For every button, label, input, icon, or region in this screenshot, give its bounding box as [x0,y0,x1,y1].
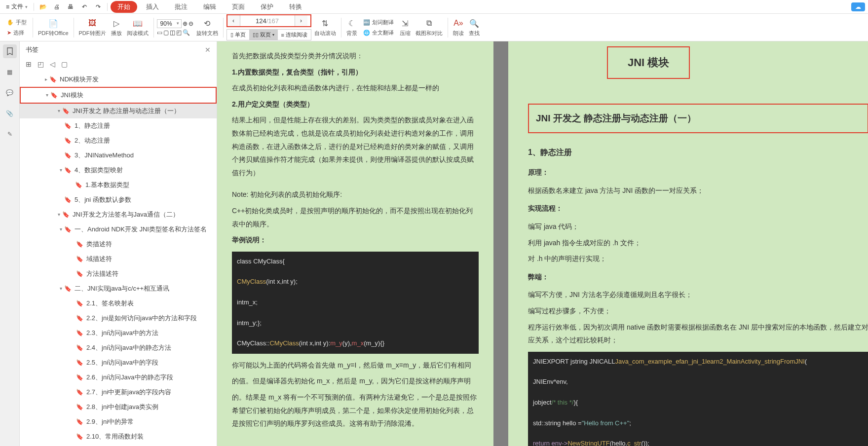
tree-item[interactable]: ▾🔖一、Android NDK开发 JNI类型签名和方法签名 [20,222,217,237]
bookmark-icon: 🔖 [76,328,83,338]
open-icon[interactable]: 📂 [37,1,49,12]
tree-item-jni-module[interactable]: ▾🔖JNI模块 [20,87,217,104]
compress-button[interactable]: ⇲压缩 [398,17,413,38]
tree-item-jni-sig-2[interactable]: ▾🔖JNI开发之方法签名与Java通信（二） [20,207,217,222]
tree-item[interactable]: 🔖2.8、jni中创建java类实例 [20,400,217,414]
main-area: ▦ 💬 📎 ✎ 书签 ✕ ⊞ ◰ ◁ ▢ ▸🔖NDK模块开发 ▾🔖JNI模块 ▾… [0,41,868,446]
fit-page-icon[interactable]: ▢ [163,29,169,36]
attachments-rail-button[interactable]: 📎 [3,107,17,120]
full-translate-button[interactable]: 🌐全文翻译 [360,28,397,37]
pdf-image-label: PDF转图片 [79,30,106,37]
code-token: ; [629,419,631,427]
bookmark-options-icon[interactable]: ▢ [61,60,68,68]
page-viewport[interactable]: 首先把数据成员按类型分类并分情况说明： 1.内置数据类型，复合类型（指针，引用）… [217,41,868,446]
bookmark-icon: 🔖 [76,431,83,442]
save-icon[interactable]: 🖨 [51,1,63,12]
heading: 1、静态注册 [528,145,868,160]
tree-item[interactable]: 🔖2.5、jni访问java中的字段 [20,355,217,370]
tab-insert[interactable]: 插入 [139,1,166,13]
tab-convert[interactable]: 转换 [282,1,309,13]
zoom-in-icon[interactable]: ⊕ [183,20,188,27]
rotate-doc-button[interactable]: ⟲旋转文档 [194,17,220,38]
paragraph: 根据函数名来建立 java 方法与 JNI 函数的一一对应关系； [528,184,868,197]
undo-icon[interactable]: ↶ [78,1,90,12]
tree-item[interactable]: 🔖1、静态注册 [20,118,217,133]
tree-item[interactable]: 🔖方法描述符 [20,266,217,281]
code-block-1: class CMyClass{ CMyClass(int x,int y); i… [232,252,479,354]
tree-item[interactable]: 🔖类描述符 [20,237,217,252]
loupe-icon[interactable]: 🔍 [183,29,190,36]
read-mode-button[interactable]: 📖阅读模式 [125,17,151,38]
folder-bookmark-icon[interactable]: ◰ [38,60,44,68]
bookmark-icon: 🔖 [62,209,70,220]
tab-start[interactable]: 开始 [111,1,137,13]
tree-item[interactable]: 🔖1.基本数据类型 [20,178,217,192]
actual-size-icon[interactable]: ◫ [170,29,175,36]
tree-label: JNI模块 [61,90,83,101]
single-page-button[interactable]: ▯单页 [227,30,249,40]
marquee-zoom-icon[interactable]: ◰ [176,29,182,36]
tree-item[interactable]: 🔖2.9、jni中的异常 [20,414,217,429]
tree-item[interactable]: 🔖2.6、jni访问Java中的静态字段 [20,370,217,385]
pdf-to-office-button[interactable]: 📄PDF转Office [36,17,71,38]
tree-label: 2.10、常用函数封装 [86,431,144,442]
background-button[interactable]: ☾背景 [344,17,359,38]
prev-bookmark-icon[interactable]: ◁ [50,60,55,68]
screenshot-compare-button[interactable]: ⧉截图和对比 [414,17,445,38]
page-number-display[interactable]: 124/167 [240,17,295,25]
tab-protect[interactable]: 保护 [254,1,280,13]
code-token: NewStringUTF [567,440,609,446]
tree-item[interactable]: 🔖2.10、常用函数封装 [20,429,217,444]
tree-item[interactable]: 🔖2.3、jni访问java中的方法 [20,326,217,340]
tree-item[interactable]: 🔖2.4、jni访问java中的静态方法 [20,340,217,355]
cloud-sync-button[interactable]: ☁ [851,2,865,11]
tree-item[interactable]: 🔖2、动态注册 [20,133,217,148]
full-translate-label: 全文翻译 [372,29,394,37]
signatures-rail-button[interactable]: ✎ [3,127,17,141]
prev-page-button[interactable]: ‹ [227,15,240,26]
redo-icon[interactable]: ↷ [92,1,104,12]
bookmark-icon: 🔖 [49,74,57,85]
tree-item[interactable]: ▾🔖4、数据类型映射 [20,163,217,178]
app-menu-button[interactable]: ≡ 文件 ▾ [3,1,31,12]
add-bookmark-icon[interactable]: ⊞ [26,60,32,68]
tree-item[interactable]: 🔖2.1、签名映射表 [20,296,217,311]
bookmarks-rail-button[interactable] [3,44,17,58]
tree-item[interactable]: 🔖2.7、jni中更新java的字段内容 [20,385,217,400]
next-page-button[interactable]: › [295,15,307,26]
bookmark-icon: 🔖 [64,135,72,146]
tree-item[interactable]: 🔖2.2、jni是如何访问java中的方法和字段 [20,311,217,326]
tab-edit[interactable]: 编辑 [196,1,223,13]
tree-item-jni-reg-1[interactable]: ▾🔖JNI开发之 静态注册与动态注册（一） [20,104,217,118]
dict-translate-button[interactable]: 🔤划词翻译 [360,18,397,27]
select-tool-button[interactable]: ➤选择 [4,28,30,37]
search-icon: 🔍 [469,18,480,29]
tab-page[interactable]: 页面 [225,1,252,13]
auto-scroll-button[interactable]: ⇅自动滚动 [312,17,338,38]
zoom-combobox[interactable]: 90% [157,19,182,28]
read-aloud-button[interactable]: A»朗读 [451,17,466,38]
close-sidebar-button[interactable]: ✕ [205,46,211,54]
code-token: ( [805,358,807,365]
zoom-out-icon[interactable]: ⊖ [189,20,193,27]
continuous-read-button[interactable]: ≡连续阅读 [278,30,311,40]
fit-width-icon[interactable]: ▭ [157,29,162,36]
double-page-button[interactable]: ▯▯双页▾ [249,30,278,40]
bookmark-tree[interactable]: ▸🔖NDK模块开发 ▾🔖JNI模块 ▾🔖JNI开发之 静态注册与动态注册（一） … [20,72,217,446]
print-icon[interactable]: 🖶 [65,1,76,12]
select-label: 选择 [13,29,24,37]
tree-item[interactable]: 🔖3、JNINativeMethod [20,148,217,163]
tree-item[interactable]: 🔖5、jni 函数默认参数 [20,192,217,207]
thumbnails-rail-button[interactable]: ▦ [3,65,17,79]
pdf-to-image-button[interactable]: 🖼PDF转图片 [77,17,108,38]
tree-item[interactable]: 🔖域描述符 [20,252,217,266]
play-button[interactable]: ▷播放 [109,17,124,38]
tree-item[interactable]: ▾🔖二、JNI实现java与c/c++相互通讯 [20,281,217,296]
single-page-label: 单页 [235,31,246,38]
continuous-label: 连续阅读 [286,31,307,38]
tree-item-ndk[interactable]: ▸🔖NDK模块开发 [20,72,217,87]
tab-annotate[interactable]: 批注 [168,1,194,13]
hand-tool-button[interactable]: ✋手型 [4,18,30,27]
comments-rail-button[interactable]: 💬 [3,86,17,100]
search-button[interactable]: 🔍查找 [467,17,482,38]
